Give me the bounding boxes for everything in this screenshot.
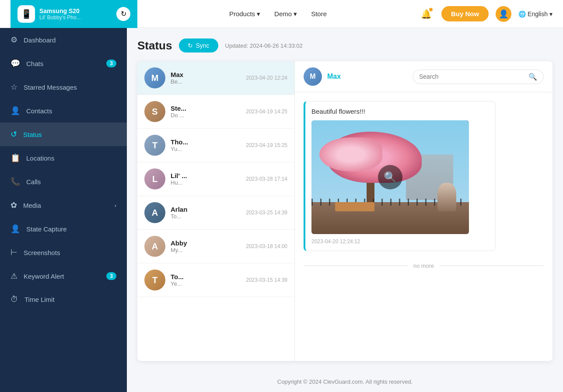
avatar: A xyxy=(144,202,165,223)
app-icon: 📱 xyxy=(17,5,35,23)
navbar: 📱 Samsung S20 Lil' Bobby's Pho... ↻ Prod… xyxy=(0,0,563,28)
chevron-down-icon: ▾ xyxy=(549,10,553,18)
message-bubble: Beautiful flowers!!! xyxy=(304,101,496,251)
media-icon: ✿ xyxy=(10,200,17,210)
main-layout: ⚙ Dashboard 💬 Chats 3 ☆ Starred Messages… xyxy=(0,28,563,392)
sidebar-item-locations[interactable]: 📋 Locations xyxy=(0,146,127,170)
globe-icon: 🌐 xyxy=(518,10,526,18)
sidebar-item-starred[interactable]: ☆ Starred Messages xyxy=(0,75,127,99)
status-header: Status ↻ Sync Updated: 2024-06-26 14:33:… xyxy=(137,38,553,52)
notification-dot xyxy=(429,8,433,11)
sync-circle-icon[interactable]: ↻ xyxy=(116,7,130,21)
page-title: Status xyxy=(137,39,172,52)
no-more-indicator: no more xyxy=(304,258,544,273)
sidebar-item-state-capture[interactable]: 👤 State Capture xyxy=(0,217,127,241)
screenshots-icon: ⊢ xyxy=(10,248,17,257)
contact-name: Max xyxy=(327,73,407,80)
search-input[interactable] xyxy=(419,73,525,80)
message-image[interactable]: 🔍 xyxy=(311,120,469,234)
store-nav[interactable]: Store xyxy=(311,10,327,18)
chat-item-max[interactable]: M Max Be... 2023-04-20 12:24 xyxy=(137,61,294,95)
avatar: L xyxy=(144,168,165,189)
chat-info: Arlan To... xyxy=(171,206,241,220)
demo-nav[interactable]: Demo ▾ xyxy=(274,10,297,18)
avatar: A xyxy=(144,236,165,257)
chat-detail: M Max 🔍 Beautiful flowers!!! xyxy=(295,61,553,361)
sidebar-item-status[interactable]: ↺ Status xyxy=(0,122,127,146)
sidebar-item-calls[interactable]: 📞 Calls xyxy=(0,170,127,193)
chat-item-to[interactable]: T To... Ye... 2023-03-15 14:39 xyxy=(137,263,294,297)
calls-icon: 📞 xyxy=(10,177,20,186)
device-info: Samsung S20 Lil' Bobby's Pho... xyxy=(39,7,81,21)
status-page: Status ↻ Sync Updated: 2024-06-26 14:33:… xyxy=(127,28,563,371)
chat-item-arlan[interactable]: A Arlan To... 2023-03-25 14:39 xyxy=(137,196,294,230)
chevron-right-icon: › xyxy=(115,202,116,209)
notification-bell-icon[interactable]: 🔔 xyxy=(419,6,434,22)
sidebar-item-contacts[interactable]: 👤 Contacts xyxy=(0,99,127,122)
navbar-brand: 📱 Samsung S20 Lil' Bobby's Pho... ↻ xyxy=(10,0,137,28)
sync-button[interactable]: ↻ Sync xyxy=(179,38,218,52)
avatar: T xyxy=(144,135,165,156)
copyright-text: Copyright © 2024 ClevGuard.com. All righ… xyxy=(277,378,413,385)
search-box: 🔍 xyxy=(413,70,544,84)
updated-timestamp: Updated: 2024-06-26 14:33:02 xyxy=(225,42,303,49)
message-timestamp: 2023-04-20 12:24:12 xyxy=(311,238,489,245)
chat-item-lil[interactable]: L Lil' ... Hu... 2023-03-28 17:14 xyxy=(137,162,294,196)
contact-avatar: M xyxy=(304,67,322,86)
message-area: Beautiful flowers!!! xyxy=(295,92,553,361)
device-name: Samsung S20 xyxy=(39,7,81,14)
navbar-right: 🔔 Buy Now 👤 🌐 English ▾ xyxy=(419,6,553,22)
chat-item-ste[interactable]: S Ste... Do ... 2023-04-19 14:25 xyxy=(137,95,294,129)
sidebar: ⚙ Dashboard 💬 Chats 3 ☆ Starred Messages… xyxy=(0,28,127,392)
products-nav[interactable]: Products ▾ xyxy=(229,10,260,18)
contacts-icon: 👤 xyxy=(10,106,20,116)
navbar-center: Products ▾ Demo ▾ Store xyxy=(137,10,419,18)
buy-now-button[interactable]: Buy Now xyxy=(441,6,489,21)
chats-badge: 3 xyxy=(106,60,116,67)
status-icon: ↺ xyxy=(10,130,17,139)
chevron-down-icon: ▾ xyxy=(257,10,260,18)
sidebar-item-screenshots[interactable]: ⊢ Screenshots xyxy=(0,241,127,264)
panel-container: M Max Be... 2023-04-20 12:24 S Ste... Do… xyxy=(137,61,553,361)
keyword-alert-badge: 3 xyxy=(106,272,116,280)
dashboard-icon: ⚙ xyxy=(10,35,17,45)
avatar: T xyxy=(144,270,165,290)
chat-info: To... Ye... xyxy=(171,273,241,287)
blossom-scene: 🔍 xyxy=(311,120,469,234)
sidebar-item-chats[interactable]: 💬 Chats 3 xyxy=(0,52,127,75)
chats-icon: 💬 xyxy=(10,59,20,68)
zoom-icon[interactable]: 🔍 xyxy=(378,165,402,189)
chat-info: Ste... Do ... xyxy=(171,105,241,119)
user-avatar-icon[interactable]: 👤 xyxy=(496,6,511,22)
state-capture-icon: 👤 xyxy=(10,224,20,234)
star-icon: ☆ xyxy=(10,82,17,92)
message-text: Beautiful flowers!!! xyxy=(311,108,489,115)
locations-icon: 📋 xyxy=(10,153,20,163)
footer: Copyright © 2024 ClevGuard.com. All righ… xyxy=(127,371,563,392)
chat-info: Tho... Yu... xyxy=(171,138,241,152)
chat-info: Abby My... xyxy=(171,239,241,253)
avatar: S xyxy=(144,101,165,122)
chat-info: Lil' ... Hu... xyxy=(171,172,241,186)
search-icon: 🔍 xyxy=(528,73,537,81)
sidebar-item-keyword-alert[interactable]: ⚠ Keyword Alert 3 xyxy=(0,264,127,288)
sidebar-item-time-limit[interactable]: ⏱ Time Limit xyxy=(0,288,127,311)
chat-detail-header: M Max 🔍 xyxy=(295,61,553,92)
avatar: M xyxy=(144,67,165,88)
chat-item-abby[interactable]: A Abby My... 2023-03-18 14:00 xyxy=(137,230,294,263)
content-area: Status ↻ Sync Updated: 2024-06-26 14:33:… xyxy=(127,28,563,392)
image-overlay[interactable]: 🔍 xyxy=(311,120,469,234)
chat-list: M Max Be... 2023-04-20 12:24 S Ste... Do… xyxy=(137,61,295,361)
sync-icon: ↻ xyxy=(188,42,193,49)
chat-item-tho[interactable]: T Tho... Yu... 2023-04-19 15:25 xyxy=(137,129,294,162)
chevron-down-icon: ▾ xyxy=(294,10,297,18)
chat-info: Max Be... xyxy=(171,71,241,85)
device-sub: Lil' Bobby's Pho... xyxy=(39,14,81,21)
keyword-alert-icon: ⚠ xyxy=(10,271,17,281)
sidebar-item-media[interactable]: ✿ Media › xyxy=(0,193,127,217)
time-limit-icon: ⏱ xyxy=(10,295,18,304)
language-selector[interactable]: 🌐 English ▾ xyxy=(518,10,553,18)
sidebar-item-dashboard[interactable]: ⚙ Dashboard xyxy=(0,28,127,52)
